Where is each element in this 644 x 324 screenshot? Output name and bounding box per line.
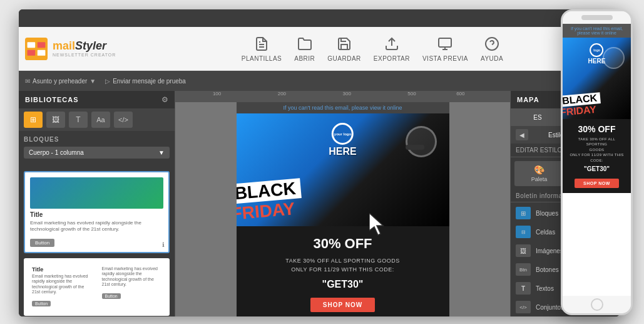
- email-logo-text: your logo: [334, 132, 351, 136]
- settings-icon[interactable]: ⚙: [161, 95, 168, 104]
- phone-sub-line4: CODE:: [590, 159, 603, 162]
- toolbar-item-guardar[interactable]: GUARDAR: [327, 35, 361, 62]
- vista-previa-label: VISTA PREVIA: [422, 55, 468, 62]
- sidebar-title: BIBLIOTECAS: [25, 96, 79, 103]
- phone-body: 30% OFF TAKE 30% OFF ALL SPORTING GOODS …: [563, 119, 631, 193]
- phone-promo-code: "GET30": [568, 165, 626, 172]
- phone-home-button[interactable]: [563, 296, 631, 313]
- phone-subtitle: TAKE 30% OFF ALL SPORTING GOODS ONLY FOR…: [568, 137, 626, 163]
- svg-rect-3: [28, 50, 36, 55]
- celdas-label: Celdas: [536, 229, 555, 236]
- black-friday-display: BLACK FRIDAY: [237, 178, 303, 223]
- app-window: mailStyler NEWSLETTER CREATOR PLANTILLAS: [19, 9, 620, 316]
- phone-logo-circle: logo: [590, 43, 603, 57]
- toolbar-item-vista-previa[interactable]: VISTA PREVIA: [422, 35, 468, 62]
- email-header-link[interactable]: view it online: [370, 105, 402, 111]
- bloques-label: Bloques: [536, 210, 558, 217]
- export-icon: [383, 35, 401, 53]
- phone-header-link[interactable]: view it online: [591, 31, 616, 35]
- palette-icon: 🎨: [534, 165, 544, 175]
- send-test-label: Enviar mensaje de prueba: [113, 78, 186, 85]
- col2-button[interactable]: Button: [102, 293, 121, 299]
- ruler-mark-200: 200: [278, 91, 286, 97]
- ayuda-label: AYUDA: [481, 55, 503, 62]
- logo-subtitle: NEWSLETTER CREATOR: [53, 53, 116, 57]
- toolbar-item-abrir[interactable]: ABRIR: [294, 35, 315, 62]
- social-icon: </>: [516, 301, 531, 313]
- email-hero-logo: your logo HERE: [329, 123, 356, 157]
- toolbar-items: PLANTILLAS ABRIR GUARDAR: [131, 35, 613, 62]
- card1-title: Title: [30, 211, 163, 218]
- sidebar-header: BIBLIOTECAS ⚙: [19, 91, 175, 108]
- share-tool-btn[interactable]: </>: [114, 112, 133, 128]
- phone-sub-line1: TAKE 30% OFF ALL SPORTING: [578, 137, 615, 146]
- phone-home-circle-icon: [591, 298, 603, 311]
- send-test-item[interactable]: ▷ Enviar mensaje de prueba: [105, 78, 186, 85]
- two-col-layout: Title Email marketing has evolved rapidl…: [29, 263, 165, 311]
- toolbar-item-exportar[interactable]: EXPORTAR: [374, 35, 410, 62]
- email-body: 30% OFF TAKE 30% OFF ALL SPORTING GOODS …: [237, 226, 449, 316]
- botones-icon: Btn: [516, 263, 531, 276]
- ruler-mark-100: 100: [213, 91, 221, 97]
- col-card-1: Title Email marketing has evolved rapidl…: [29, 263, 95, 311]
- phone-friday-text: FRIDAY: [563, 104, 601, 118]
- discount-subtitle: TAKE 30% OFF ALL SPORTING GOODS ONLY FOR…: [246, 257, 440, 274]
- dropdown-value: Cuerpo - 1 columna: [29, 149, 84, 156]
- grid-tool-btn[interactable]: ⊞: [24, 112, 43, 128]
- promo-code: "GET30": [246, 279, 440, 290]
- subtitle-line2: ONLY FOR 11/29 WITH THIS CODE:: [291, 266, 394, 273]
- column-dropdown[interactable]: Cuerpo - 1 columna ▼: [24, 147, 170, 159]
- email-logo-here: HERE: [329, 146, 356, 157]
- phone-hero: logo HERE BLACK FRIDAY: [563, 38, 631, 119]
- phone-shop-button[interactable]: SHOP NOW: [575, 179, 619, 188]
- paleta-label: Paleta: [531, 176, 548, 182]
- imagenes-label: Imágenes: [536, 248, 563, 254]
- col-card-2: Email marketing has evolved rapidly alon…: [99, 263, 165, 311]
- map-nav-back-btn[interactable]: ◀: [516, 129, 528, 140]
- card1-image: [30, 177, 163, 209]
- col1-title: Title: [32, 266, 92, 273]
- col1-button[interactable]: Button: [32, 301, 51, 306]
- header-toolbar: mailStyler NEWSLETTER CREATOR PLANTILLAS: [19, 27, 620, 71]
- dropdown-arrow: ▼: [158, 149, 165, 156]
- template-card-1[interactable]: Title Email marketing has evolved rapidl…: [24, 171, 170, 253]
- template-card-2[interactable]: Title Email marketing has evolved rapidl…: [24, 258, 170, 316]
- hero-circle-deco: [406, 126, 437, 157]
- paleta-item[interactable]: 🎨 Paleta: [514, 161, 564, 186]
- mapa-title: MAPA: [517, 96, 539, 103]
- typography-tool-btn[interactable]: Aa: [91, 112, 110, 128]
- toolbar-item-ayuda[interactable]: AYUDA: [481, 35, 503, 62]
- textos-label: Textos: [536, 285, 554, 292]
- phone-mockup: If you can't read this email, please vie…: [561, 9, 633, 315]
- ruler: 100 200 300 500 600: [175, 91, 510, 102]
- subject-preheader-item[interactable]: ✉ Asunto y preheader ▼: [25, 78, 96, 85]
- logo-area: mailStyler NEWSLETTER CREATOR: [25, 38, 119, 60]
- card1-button[interactable]: Button: [30, 239, 54, 247]
- ruler-mark-600: 600: [456, 91, 464, 97]
- image-tool-btn[interactable]: 🖼: [46, 112, 65, 128]
- col2-text: Email marketing has evolved rapidly alon…: [102, 266, 162, 288]
- email-hero: your logo HERE BLACK FRIDAY: [237, 113, 449, 226]
- email-header-bar: If you can't read this email, please vie…: [237, 102, 449, 113]
- email-content: If you can't read this email, please vie…: [237, 102, 449, 316]
- subtitle-line1: TAKE 30% OFF ALL SPORTING GOODS: [285, 258, 399, 264]
- sidebar-section: BLOQUES Cuerpo - 1 columna ▼: [19, 131, 175, 169]
- sidebar-tools: ⊞ 🖼 T Aa </>: [19, 108, 175, 131]
- mailstyler-logo-icon: [25, 38, 48, 60]
- template-cards-list: Title Email marketing has evolved rapidl…: [19, 169, 175, 316]
- phone-sub-line2: GOODS: [590, 148, 605, 152]
- open-icon: [296, 35, 314, 53]
- svg-rect-0: [25, 38, 48, 60]
- ruler-mark-300: 300: [343, 91, 351, 97]
- text-tool-btn[interactable]: T: [69, 112, 88, 128]
- shop-now-button[interactable]: SHOP NOW: [310, 298, 375, 312]
- phone-screen: If you can't read this email, please vie…: [563, 24, 631, 296]
- col1-text: Email marketing has evolved rapidly alon…: [32, 274, 92, 295]
- phone-bf-text: BLACK FRIDAY: [563, 92, 601, 118]
- map-tab-es[interactable]: ES: [511, 108, 565, 126]
- left-sidebar: BIBLIOTECAS ⚙ ⊞ 🖼 T Aa </> BLOQUES Cuerp…: [19, 91, 175, 316]
- phone-notch-inner: [581, 15, 613, 20]
- preview-icon: [436, 35, 454, 53]
- toolbar-item-plantillas[interactable]: PLANTILLAS: [242, 35, 282, 62]
- phone-notch: [563, 11, 631, 24]
